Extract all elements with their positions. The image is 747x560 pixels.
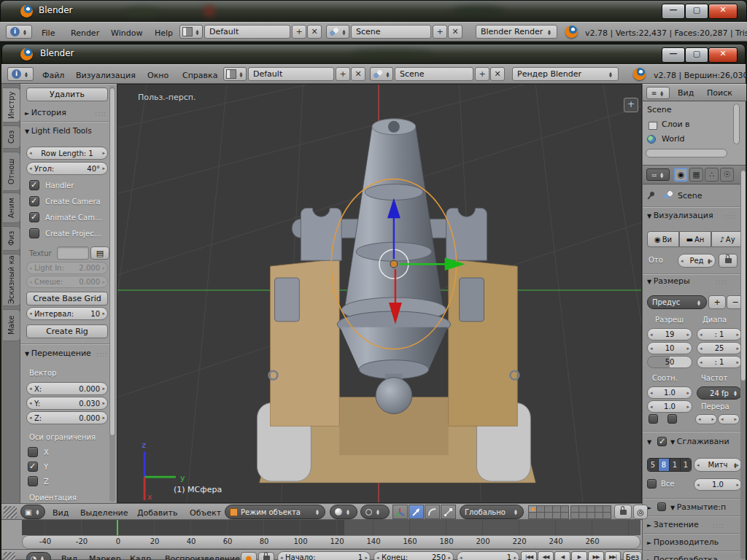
menu-render[interactable]: Визуализация — [76, 71, 136, 80]
layer-cell[interactable] — [561, 513, 568, 518]
editor-type-button[interactable]: ◔ — [26, 552, 51, 560]
mix-field[interactable]: Смеше:0.000 — [26, 276, 108, 288]
preset-dropdown[interactable]: Предус — [647, 295, 707, 309]
menu-select[interactable]: Выделение — [80, 508, 128, 518]
fields-order-checkbox[interactable] — [667, 414, 677, 424]
layer-cell[interactable] — [571, 506, 578, 512]
manipulator-axes-toggle[interactable] — [392, 505, 408, 519]
shelf-tab-relations[interactable]: Отнош — [3, 152, 20, 191]
aa-checkbox[interactable] — [657, 437, 667, 446]
drag-dots-icon[interactable]: :::: — [716, 279, 727, 286]
aspect-y-field[interactable]: 1.0 — [647, 400, 692, 413]
shelf-scrollbar[interactable] — [109, 86, 115, 502]
audio-button[interactable]: ♪Ау — [711, 231, 743, 247]
dimensions-panel-header[interactable]: Размеры — [647, 276, 690, 286]
menu-add[interactable]: Добавить — [137, 508, 177, 518]
menu-frame[interactable]: Кадр — [130, 554, 151, 560]
layer-cell[interactable] — [603, 506, 611, 512]
shelf-tab-grease[interactable]: Эскизный ка — [3, 254, 20, 306]
editor-type-button[interactable]: i — [7, 67, 34, 81]
delete-scene-button[interactable]: ✕ — [448, 25, 462, 39]
frame-start-field[interactable]: Начало:1 — [277, 551, 371, 560]
aa-sample-16[interactable]: 1 — [681, 459, 691, 471]
shelf-tab-animation[interactable]: Аним — [3, 192, 20, 223]
delete-layout-button[interactable]: ✕ — [351, 67, 365, 81]
full-sample-checkbox[interactable] — [647, 479, 657, 489]
move-panel-header[interactable]: Перемещение — [25, 349, 91, 358]
breadcrumb[interactable]: Scene — [678, 191, 703, 201]
layer-cell[interactable] — [545, 506, 552, 512]
layer-cell[interactable] — [571, 513, 578, 518]
animation-button[interactable]: ▬Ан — [679, 231, 711, 247]
menu-file[interactable]: File — [42, 28, 55, 38]
collapsed-panel-motion-blur[interactable]: Размытие:п — [643, 498, 746, 516]
frame-start-step[interactable]: : 1 — [697, 328, 742, 341]
menu-help[interactable]: Help — [155, 28, 173, 38]
pin-icon[interactable] — [649, 191, 655, 197]
jump-to-end-button[interactable]: ▶▶| — [605, 551, 621, 560]
manipulator-scale-toggle[interactable] — [441, 505, 456, 519]
collapsed-panel-shading[interactable]: Затенение :::: — [643, 516, 746, 534]
shelf-tab-create[interactable]: Соз — [3, 125, 20, 149]
play-button[interactable]: ▶ — [571, 551, 587, 560]
display-dropdown[interactable]: Ред — [678, 254, 716, 268]
current-frame-field[interactable]: 1 — [457, 551, 519, 560]
current-frame-line[interactable] — [117, 520, 118, 535]
play-reverse-button[interactable]: ◀ — [554, 551, 570, 560]
lock-modes-button[interactable] — [614, 505, 632, 519]
new-texture-button[interactable]: ▤ — [90, 246, 109, 260]
render-preview-button[interactable]: ◎ — [633, 505, 648, 519]
sync-dropdown[interactable]: Без — [623, 551, 642, 560]
tab-render-layers[interactable]: ▦ — [689, 168, 703, 182]
layout-field[interactable]: Default — [204, 25, 290, 39]
fps-dropdown[interactable]: 24 fp — [697, 386, 742, 400]
maximize-button[interactable]: ▢ — [685, 47, 708, 63]
scene-selector-button[interactable] — [326, 25, 349, 39]
aa-sample-5[interactable]: 5 — [648, 459, 659, 471]
menu-window[interactable]: Window — [111, 28, 142, 38]
display-lock-button[interactable] — [719, 254, 738, 268]
aa-samples-group[interactable]: 5811 — [647, 458, 692, 472]
vector-y-field[interactable]: Y:0.030 — [26, 397, 108, 410]
pivot-dropdown[interactable] — [360, 505, 390, 519]
engine-dropdown[interactable]: Blender Render — [476, 25, 557, 39]
jump-to-start-button[interactable]: |◀◀ — [521, 551, 537, 560]
interval-field[interactable]: Интервал:10 — [26, 307, 108, 320]
menu-file[interactable]: Файл — [42, 71, 64, 80]
layout-selector-button[interactable] — [179, 25, 203, 39]
res-y-field[interactable]: 10 — [647, 342, 692, 354]
tab-scene[interactable]: ∴ — [705, 168, 719, 182]
corner-resize-grip[interactable] — [4, 506, 17, 518]
cannon-model[interactable] — [258, 119, 536, 483]
shading-dropdown[interactable] — [330, 505, 357, 519]
manipulator-translate-toggle[interactable] — [409, 505, 424, 519]
menu-view[interactable]: Вид — [678, 88, 694, 98]
add-preset-button[interactable]: + — [708, 295, 726, 309]
timeline-frames[interactable] — [22, 520, 640, 535]
manipulator-rotate-toggle[interactable] — [425, 505, 440, 519]
create-camera-checkbox[interactable] — [29, 196, 39, 206]
aa-sample-11[interactable]: 1 — [670, 459, 681, 471]
viewport-3d[interactable]: z y x Польз.-персп. (1) МСфера + — [117, 84, 642, 503]
layer-cell[interactable] — [595, 506, 603, 512]
lock-button[interactable] — [258, 552, 274, 560]
outliner-item-layers[interactable]: Слои в — [662, 120, 690, 129]
layer-cell[interactable] — [561, 506, 568, 512]
editor-type-button[interactable]: i — [6, 25, 32, 39]
menu-view[interactable]: Вид — [61, 554, 77, 560]
scene-selector-button[interactable] — [370, 67, 393, 81]
axis-x-checkbox[interactable] — [28, 447, 38, 457]
delete-layout-button[interactable]: ✕ — [307, 25, 322, 39]
drag-dots-icon[interactable]: :::: — [724, 213, 736, 220]
outliner-item-world[interactable]: World — [662, 134, 685, 144]
orientation-dropdown[interactable]: Глобально — [460, 505, 524, 519]
render-panel-header[interactable]: Визуализация — [647, 211, 713, 220]
engine-dropdown[interactable]: Рендер Blender — [512, 67, 619, 81]
close-button[interactable]: ✕ — [708, 47, 738, 63]
mode-dropdown[interactable]: Режим объекта — [225, 505, 325, 519]
menu-render[interactable]: Render — [71, 28, 99, 38]
animate-cam-checkbox[interactable] — [29, 212, 39, 222]
angle-field[interactable]: Угол:40° — [26, 162, 108, 175]
layers-grid-1[interactable] — [528, 505, 569, 519]
menu-help[interactable]: Справка — [182, 71, 217, 80]
